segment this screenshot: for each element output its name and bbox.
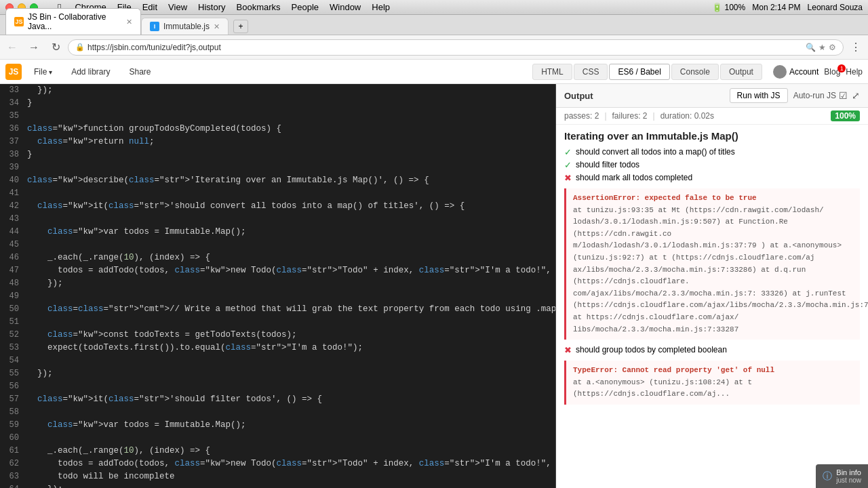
code-line: 61 _.each(_.range(10), (index) => { (0, 445, 555, 458)
code-line: 58 (0, 406, 555, 419)
bin-info-content: Bin info just now (836, 468, 861, 484)
code-line: 49 (0, 290, 555, 303)
app-right: Account Blog 1 Help (773, 65, 863, 79)
code-line: 42 class="kw">it(class="str">'should con… (0, 200, 555, 213)
avatar (773, 65, 787, 79)
blog-button[interactable]: Blog 1 (824, 67, 840, 77)
menu-help[interactable]: Help (367, 1, 395, 13)
tab-favicon-jsbin: JS (14, 17, 24, 26)
code-editor[interactable]: 33 });34}3536class="kw">function groupTo… (0, 84, 556, 488)
code-line: 35 (0, 110, 555, 123)
app-toolbar: JS File Add library Share HTML CSS ES6 /… (0, 60, 868, 84)
tab-immutable[interactable]: I Immutable.js ✕ (141, 18, 229, 35)
user-display: Leonard Souza (808, 3, 863, 12)
app-logo: JS (5, 64, 22, 80)
code-line: 38} (0, 148, 555, 161)
autorun-area: Auto-run JS ☑ (793, 90, 848, 101)
run-button[interactable]: Run with JS (730, 88, 788, 103)
test-label-4: should group todos by completed boolean (576, 345, 727, 354)
extensions-icon[interactable]: ⚙ (829, 43, 836, 52)
code-line: 63 todo will be incomplete (0, 470, 555, 483)
menu-window[interactable]: Window (325, 1, 366, 13)
test-fail-2: ✖ should group todos by completed boolea… (564, 345, 860, 355)
share-button[interactable]: Share (122, 65, 157, 79)
address-bar[interactable]: 🔒 https://jsbin.com/tunizu/edit?js,outpu… (68, 39, 844, 56)
code-line: 52 class="kw">const todoTexts = getTodoT… (0, 329, 555, 342)
stat-passes: passes: 2 (564, 111, 599, 121)
code-line: 36class="kw">function groupTodosByComple… (0, 123, 555, 136)
output-panel: Output Run with JS Auto-run JS ☑ ⤢ passe… (556, 84, 868, 488)
test-fail-1: ✖ should mark all todos completed (564, 173, 860, 183)
menu-bookmarks[interactable]: Bookmarks (232, 1, 285, 13)
search-icon[interactable]: 🔍 (806, 43, 816, 52)
tab-output[interactable]: Output (720, 64, 762, 80)
error-title-2: TypeError: Cannot read property 'get' of… (573, 365, 853, 377)
forward-button[interactable]: → (24, 38, 43, 57)
stat-sep2: | (653, 111, 655, 121)
code-line: 45 (0, 239, 555, 251)
autorun-checkbox[interactable]: ☑ (839, 90, 848, 101)
error-block-2: TypeError: Cannot read property 'get' of… (564, 361, 860, 405)
tab-console[interactable]: Console (671, 64, 719, 80)
code-line: 44 class="kw">var todos = Immutable.Map(… (0, 226, 555, 239)
code-line: 37 class="kw">return null; (0, 136, 555, 148)
menu-edit[interactable]: Edit (138, 1, 162, 13)
menu-view[interactable]: View (163, 1, 192, 13)
reload-button[interactable]: ↻ (46, 38, 65, 57)
test-pass-1: ✓ should convert all todos into a map() … (564, 147, 860, 157)
tab-immutable-label: Immutable.js (163, 22, 210, 31)
account-label[interactable]: Account (789, 67, 818, 77)
tab-jsbin-label: JS Bin - Collaborative Java... (28, 12, 122, 31)
code-line: 50 class=class="str">"cmt">// Write a me… (0, 303, 555, 316)
output-body[interactable]: Iterating over an Immutable.js Map() ✓ s… (556, 125, 868, 488)
output-title: Output (564, 91, 593, 101)
tab-html[interactable]: HTML (532, 64, 572, 80)
tab-close-jsbin[interactable]: ✕ (126, 18, 132, 26)
code-line: 60 (0, 432, 555, 445)
menu-button[interactable]: ⋮ (846, 38, 865, 57)
help-label[interactable]: Help (846, 67, 863, 77)
stat-failures: failures: 2 (612, 111, 648, 121)
account-area: Account (773, 65, 818, 79)
output-header: Output Run with JS Auto-run JS ☑ ⤢ (556, 84, 868, 108)
tab-jsbin[interactable]: JS JS Bin - Collaborative Java... ✕ (5, 8, 141, 35)
code-line: 48 }); (0, 277, 555, 290)
editor-tabs: HTML CSS ES6 / Babel Console Output (532, 64, 762, 80)
menu-history[interactable]: History (193, 1, 230, 13)
stat-duration: duration: 0.02s (660, 111, 714, 121)
tab-es6[interactable]: ES6 / Babel (609, 64, 669, 80)
tab-css[interactable]: CSS (574, 64, 608, 80)
blog-badge: 1 (837, 64, 846, 73)
error-block-1: AssertionError: expected false to be tru… (564, 188, 860, 340)
bin-info-label: Bin info (836, 468, 861, 476)
code-line: 54 (0, 354, 555, 367)
code-line: 51 (0, 316, 555, 329)
new-tab-button[interactable]: + (233, 20, 248, 33)
code-line: 56 (0, 380, 555, 393)
suite-title: Iterating over an Immutable.js Map() (564, 130, 860, 142)
file-menu-button[interactable]: File (27, 65, 59, 79)
error-title-1: AssertionError: expected false to be tru… (573, 192, 853, 205)
test-pass-2: ✓ should filter todos (564, 160, 860, 170)
tab-bar: JS JS Bin - Collaborative Java... ✕ I Im… (0, 15, 868, 35)
main-content: 33 });34}3536class="kw">function groupTo… (0, 84, 868, 488)
add-library-button[interactable]: Add library (64, 65, 117, 79)
tab-close-immutable[interactable]: ✕ (214, 22, 220, 31)
code-line: 62 todos = addTodo(todos, class="kw">new… (0, 458, 555, 470)
lock-icon: 🔒 (75, 43, 85, 52)
bin-info-panel: ⓘ Bin info just now (816, 464, 868, 488)
code-line: 46 _.each(_.range(10), (index) => { (0, 251, 555, 264)
autorun-label: Auto-run JS (793, 91, 836, 100)
test-label-1: should convert all todos into a map() of… (576, 147, 735, 157)
expand-icon[interactable]: ⤢ (852, 90, 860, 101)
address-bar-icons: 🔍 ★ ⚙ (806, 43, 836, 52)
star-icon[interactable]: ★ (818, 43, 826, 52)
test-fail-icon-1: ✖ (564, 173, 572, 183)
tab-favicon-immutable: I (150, 22, 159, 31)
stat-sep1: | (604, 111, 606, 121)
output-stats: passes: 2 | failures: 2 | duration: 0.02… (556, 108, 868, 125)
code-line: 41 (0, 187, 555, 200)
menu-people[interactable]: People (287, 1, 323, 13)
browser-toolbar: ← → ↻ 🔒 https://jsbin.com/tunizu/edit?js… (0, 35, 868, 60)
back-button[interactable]: ← (3, 38, 22, 57)
